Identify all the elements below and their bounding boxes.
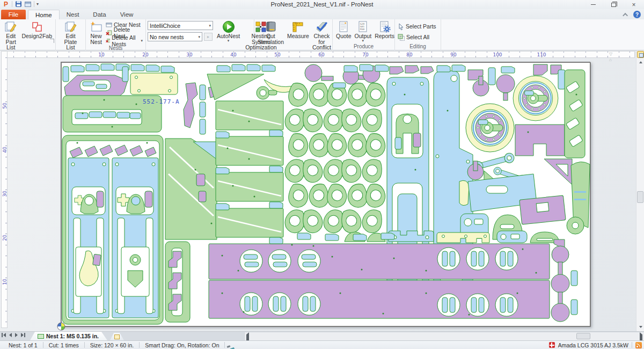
blue-tab-part[interactable] [269,130,283,136]
lens-part[interactable] [364,183,387,209]
nest-tab[interactable]: Nest 1: MS 0.135 in. [30,332,107,340]
horizontal-scroll-thumb[interactable] [576,333,590,339]
lens-part[interactable] [361,208,384,234]
file-tab[interactable]: File [1,10,26,19]
blue-tab-part[interactable] [360,64,373,71]
lens-part[interactable] [326,183,348,209]
quote-button[interactable]: Quote [334,20,353,40]
blue-tab-part[interactable] [232,64,245,71]
tab-data[interactable]: Data [86,10,113,19]
blue-tab-part[interactable] [325,234,339,241]
lens-part[interactable] [308,183,330,209]
parts-dialog-launcher-icon[interactable] [50,39,54,43]
blue-tab-part[interactable] [122,67,128,82]
minimize-button[interactable] [583,0,603,9]
lens-part[interactable] [302,158,324,184]
blue-tab-part[interactable] [200,85,206,100]
blue-tab-part[interactable] [86,64,99,71]
collapse-ribbon-icon[interactable] [623,12,628,18]
nest-part-green-band[interactable]: 552-177-A [63,96,180,132]
news-feed-icon[interactable] [635,342,642,348]
last-nest-button[interactable] [21,333,25,337]
edit-part-list-button[interactable]: Edit Part List▾ [2,20,20,54]
next-nest-button[interactable] [15,333,18,337]
delete-all-nests-button[interactable]: Delete All Nests ▾ [105,37,144,45]
nest-part-left-panel[interactable] [62,135,163,324]
blue-tab-part[interactable] [216,132,229,138]
status-machine-name[interactable]: Amada LCG 3015 AJ 3.5kW [558,342,628,348]
nest-drawing[interactable]: 552-177-A [61,62,591,327]
vertical-scroll-thumb[interactable] [637,191,643,203]
measure-button[interactable]: Measure [286,20,311,40]
blue-tab-part[interactable] [216,168,229,174]
lens-part[interactable] [287,183,310,209]
check-for-conflict-button[interactable]: Check for Conflict [311,20,333,51]
select-parts-button[interactable]: Select Parts [397,23,437,30]
design2fab-button[interactable]: Design2Fab [20,20,54,40]
lens-part[interactable] [308,133,330,158]
lens-part[interactable] [340,208,363,234]
nest-part-bearing-ring-1[interactable] [466,104,514,152]
blue-tab-part[interactable] [217,66,230,72]
blue-tab-part[interactable] [381,233,394,239]
autonest-button[interactable]: AutoNest▾ [215,20,241,43]
blue-tab-part[interactable] [216,203,229,210]
help-icon[interactable]: ? [633,11,641,18]
fit-view-button[interactable] [637,51,644,58]
scroll-up-icon[interactable] [636,59,644,66]
blue-tab-part[interactable] [269,237,283,244]
lens-part[interactable] [364,82,387,108]
blue-tab-part[interactable] [375,65,389,71]
lens-part[interactable] [346,133,369,158]
lens-part[interactable] [323,107,345,133]
nest-part-lens-grid[interactable] [284,82,387,234]
blue-tab-part[interactable] [63,67,69,82]
close-button[interactable]: × [624,0,644,9]
blue-tab-part[interactable] [200,119,206,134]
lens-part[interactable] [323,158,345,184]
blue-tab-part[interactable] [146,65,159,71]
blue-tab-part[interactable] [297,233,311,239]
nest-part-lollipop-column[interactable] [551,239,577,322]
first-nest-button[interactable] [2,333,6,337]
blue-tab-part[interactable] [501,67,515,73]
lens-part[interactable] [340,158,363,184]
horizontal-scrollbar[interactable] [244,332,644,340]
restore-button[interactable] [603,0,624,9]
blue-tab-part[interactable] [101,64,114,70]
scroll-down-icon[interactable] [636,324,644,330]
trapezoid-panel[interactable] [216,101,283,130]
blue-tab-part[interactable] [262,65,275,71]
output-button[interactable]: G20G01M30 Output▾ [353,20,374,43]
lens-part[interactable] [346,183,369,209]
trapezoid-panel[interactable] [216,136,283,165]
lens-part[interactable] [287,82,310,108]
new-nest-button[interactable]: New Nest [87,20,105,45]
lens-part[interactable] [361,107,384,133]
cut-simulation-button[interactable]: Cut Simulation [256,20,286,45]
plate[interactable]: 552-177-A [61,62,590,326]
blue-tab-part[interactable] [71,66,84,72]
blue-tab-part[interactable] [269,166,283,172]
trapezoid-panel[interactable] [216,172,283,201]
lens-part[interactable] [346,82,369,108]
select-all-button[interactable]: Select All [397,33,437,41]
nesting-mode-combobox[interactable]: No new nests▾ [148,32,202,41]
lens-part[interactable] [326,133,348,158]
nest-part-purple-bar-2[interactable] [209,280,550,318]
nest-part-purple-bar-1[interactable] [209,244,550,279]
edit-plate-list-button[interactable]: Edit Plate List▾ [57,20,84,54]
tab-home[interactable]: Home [28,10,60,19]
trapezoid-panel[interactable] [216,208,283,237]
start-nesting-mini-button[interactable]: ▸ [204,33,213,41]
nesting-strategy-combobox[interactable]: IntelliChoice▾ [148,21,213,30]
tab-view[interactable]: View [113,10,141,19]
lens-part[interactable] [284,208,306,234]
previous-nest-button[interactable] [9,333,12,337]
blue-tab-part[interactable] [437,66,450,72]
blue-tab-part[interactable] [353,234,367,241]
lens-part[interactable] [361,158,384,184]
reports-button[interactable]: Reports [373,20,396,40]
new-nest-tab-button[interactable] [110,333,124,340]
blue-tab-part[interactable] [131,64,144,71]
